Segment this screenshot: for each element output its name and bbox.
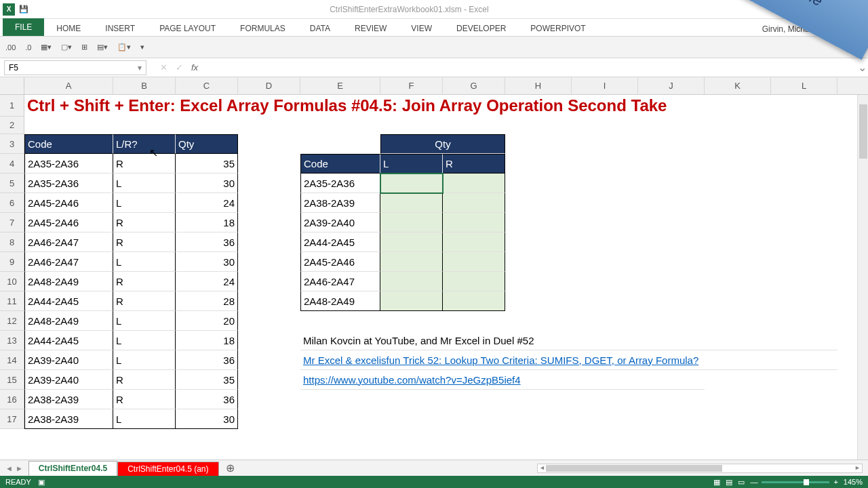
cell-E9[interactable]: 2A45-2A46	[300, 252, 380, 272]
more-icon[interactable]: ▾	[140, 43, 144, 52]
cell-A15[interactable]: 2A39-2A40	[24, 370, 113, 390]
vertical-scrollbar[interactable]	[857, 95, 868, 464]
cell-B3[interactable]: L/R?	[113, 134, 176, 154]
cell-B10[interactable]: R	[113, 272, 176, 291]
cell-F4[interactable]: L	[380, 154, 443, 174]
cell-G5[interactable]	[443, 174, 505, 193]
col-header-G[interactable]: G	[443, 77, 505, 94]
scroll-thumb[interactable]	[859, 104, 867, 159]
borders-icon[interactable]: ▢▾	[61, 43, 72, 52]
cell-C12[interactable]: 20	[176, 311, 238, 331]
col-header-D[interactable]: D	[238, 77, 300, 94]
cell-A13[interactable]: 2A44-2A45	[24, 331, 113, 350]
cell-C11[interactable]: 28	[176, 291, 238, 311]
cell-B15[interactable]: R	[113, 370, 176, 390]
macro-record-icon[interactable]: ▣	[38, 478, 45, 487]
cell-C16[interactable]: 36	[176, 390, 238, 409]
row-header-2[interactable]: 2	[0, 117, 24, 134]
cell-E11[interactable]: 2A48-2A49	[300, 291, 380, 311]
col-header-J[interactable]: J	[638, 77, 705, 94]
row-header-12[interactable]: 12	[0, 311, 24, 331]
zoom-level[interactable]: 145%	[844, 478, 863, 486]
cell-G7[interactable]	[443, 213, 505, 232]
row-header-4[interactable]: 4	[0, 154, 24, 174]
cell-B9[interactable]: L	[113, 252, 176, 272]
row-header-7[interactable]: 7	[0, 213, 24, 232]
row-header-17[interactable]: 17	[0, 409, 24, 429]
normal-view-icon[interactable]: ▦	[713, 478, 720, 487]
cell-G10[interactable]	[443, 272, 505, 291]
zoom-out-icon[interactable]: —	[750, 478, 757, 486]
cell-B7[interactable]: R	[113, 213, 176, 232]
cell-E5[interactable]: 2A35-2A36	[300, 174, 380, 193]
cell-G11[interactable]	[443, 291, 505, 311]
fill-color-icon[interactable]: ▦▾	[41, 43, 52, 52]
paste-icon[interactable]: 📋▾	[117, 43, 131, 52]
tab-view[interactable]: VIEW	[399, 21, 444, 36]
cell-G9[interactable]	[443, 252, 505, 272]
tab-page-layout[interactable]: PAGE LAYOUT	[147, 21, 228, 36]
cell-A17[interactable]: 2A38-2A39	[24, 409, 113, 429]
cell-B6[interactable]: L	[113, 193, 176, 213]
cell-E13[interactable]: Milan Kovcin at YouTube, and Mr Excel in…	[300, 331, 837, 350]
col-header-K[interactable]: K	[705, 77, 771, 94]
user-dropdown-icon[interactable]: ▾	[820, 26, 823, 33]
col-header-A[interactable]: A	[24, 77, 113, 94]
row-header-9[interactable]: 9	[0, 252, 24, 272]
tab-insert[interactable]: INSERT	[93, 21, 147, 36]
add-sheet-icon[interactable]: ⊕	[219, 462, 241, 474]
table-icon[interactable]: ▤▾	[97, 43, 108, 52]
row-header-5[interactable]: 5	[0, 174, 24, 193]
row-header-14[interactable]: 14	[0, 350, 24, 370]
cell-E14[interactable]: Mr Excel & excelisfun Trick 52: Lookup T…	[300, 350, 837, 370]
row-header-10[interactable]: 10	[0, 272, 24, 291]
cell-C4[interactable]: 35	[176, 154, 238, 174]
cell-E4[interactable]: Code	[300, 154, 380, 174]
help-icon[interactable]: ?	[790, 4, 795, 14]
feedback-icon[interactable]	[845, 22, 859, 36]
cell-G6[interactable]	[443, 193, 505, 213]
cell-A9[interactable]: 2A46-2A47	[24, 252, 113, 272]
cell-B14[interactable]: L	[113, 350, 176, 370]
cell-A8[interactable]: 2A46-2A47	[24, 232, 113, 252]
tab-file[interactable]: FILE	[3, 18, 44, 36]
formula-enter-icon[interactable]: ✓	[176, 62, 183, 73]
col-header-B[interactable]: B	[113, 77, 176, 94]
col-header-E[interactable]: E	[300, 77, 380, 94]
cell-F11[interactable]	[380, 291, 443, 311]
fx-icon[interactable]: fx	[191, 62, 198, 73]
cell-A16[interactable]: 2A38-2A39	[24, 390, 113, 409]
sheet-prev-icon[interactable]: ◄	[5, 464, 13, 472]
cell-C3[interactable]: Qty	[176, 134, 238, 154]
cell-C8[interactable]: 36	[176, 232, 238, 252]
name-box-dropdown-icon[interactable]: ▾	[138, 63, 142, 73]
cell-B12[interactable]: L	[113, 311, 176, 331]
zoom-slider[interactable]	[762, 481, 829, 483]
row-header-1[interactable]: 1	[0, 95, 24, 117]
cell-A5[interactable]: 2A35-2A36	[24, 174, 113, 193]
cell-E7[interactable]: 2A39-2A40	[300, 213, 380, 232]
page-layout-icon[interactable]: ▤	[726, 478, 732, 487]
cell-A7[interactable]: 2A45-2A46	[24, 213, 113, 232]
cell-A3[interactable]: Code	[24, 134, 113, 154]
cell-B16[interactable]: R	[113, 390, 176, 409]
tab-developer[interactable]: DEVELOPER	[444, 21, 518, 36]
minimize-icon[interactable]: —	[822, 4, 831, 14]
name-box[interactable]: F5 ▾	[4, 60, 146, 75]
cell-B8[interactable]: R	[113, 232, 176, 252]
tab-formulas[interactable]: FORMULAS	[228, 21, 298, 36]
cell-C15[interactable]: 35	[176, 370, 238, 390]
cell-A12[interactable]: 2A48-2A49	[24, 311, 113, 331]
row-header-13[interactable]: 13	[0, 331, 24, 350]
col-header-I[interactable]: I	[572, 77, 638, 94]
col-header-F[interactable]: F	[380, 77, 443, 94]
cell-F6[interactable]	[380, 193, 443, 213]
cell-C9[interactable]: 30	[176, 252, 238, 272]
sheet-next-icon[interactable]: ►	[16, 464, 23, 472]
cell-B4[interactable]: R	[113, 154, 176, 174]
cell-B17[interactable]: L	[113, 409, 176, 429]
row-header-3[interactable]: 3	[0, 134, 24, 154]
tab-home[interactable]: HOME	[44, 21, 93, 36]
formula-expand-icon[interactable]: ⌄	[856, 61, 868, 74]
cell-A11[interactable]: 2A44-2A45	[24, 291, 113, 311]
